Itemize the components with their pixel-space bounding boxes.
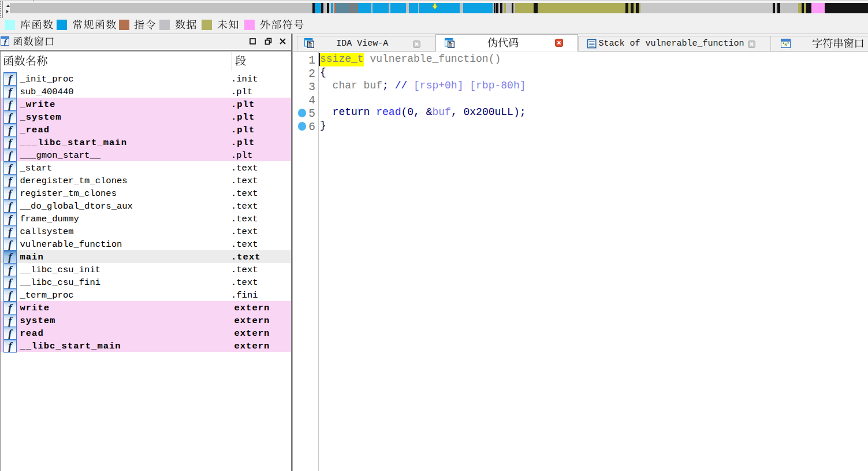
svg-text:‘s’: ‘s’	[782, 40, 789, 47]
